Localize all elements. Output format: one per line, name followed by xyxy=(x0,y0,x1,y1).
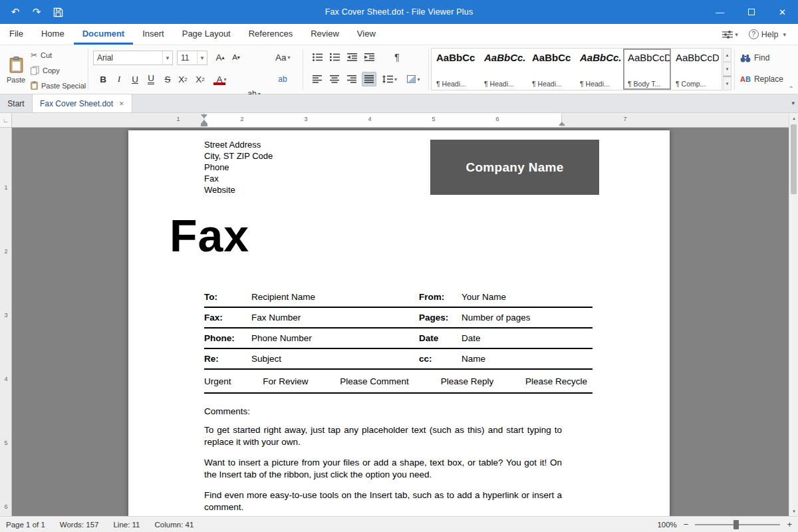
style-heading1[interactable]: AaBbCc ¶ Headi... xyxy=(432,49,479,90)
address-line[interactable]: Website xyxy=(204,184,273,196)
tab-selector-box[interactable]: ∟ xyxy=(0,113,12,128)
address-line[interactable]: City, ST ZIP Code xyxy=(204,150,273,162)
chevron-down-icon[interactable]: ▾ xyxy=(197,51,207,65)
close-button[interactable]: ✕ xyxy=(767,0,798,24)
underline-button[interactable]: U xyxy=(128,72,142,86)
view-options-button[interactable]: ▾ xyxy=(722,31,738,39)
field-label[interactable]: Date xyxy=(419,333,462,343)
numbered-list-button[interactable] xyxy=(327,50,342,65)
address-line[interactable]: Phone xyxy=(204,162,273,173)
style-heading2[interactable]: AaBbCc. ¶ Headi... xyxy=(479,49,527,90)
font-family-select[interactable]: Arial ▾ xyxy=(93,51,173,65)
save-icon[interactable] xyxy=(49,3,66,21)
field-label[interactable]: Fax: xyxy=(204,313,251,323)
first-line-indent-marker[interactable] xyxy=(201,114,207,118)
show-paragraph-marks-button[interactable]: ¶ xyxy=(390,50,404,65)
decrease-indent-button[interactable] xyxy=(344,50,359,65)
collapse-ribbon-icon[interactable]: ⌃ xyxy=(789,85,794,92)
document-title[interactable]: Fax xyxy=(170,213,249,258)
tab-insert[interactable]: Insert xyxy=(134,24,173,45)
font-size-select[interactable]: 11 ▾ xyxy=(177,51,207,65)
company-name-box[interactable]: Company Name xyxy=(430,140,599,195)
document-body[interactable]: To get started right away, just tap any … xyxy=(204,424,562,516)
increase-indent-button[interactable] xyxy=(362,50,376,65)
field-value[interactable]: Phone Number xyxy=(251,333,419,343)
strikethrough-button[interactable]: S xyxy=(160,72,175,86)
undo-icon[interactable]: ↶ xyxy=(7,3,24,21)
tab-list-caret-icon[interactable]: ▾ xyxy=(791,100,795,106)
help-button[interactable]: ? Help ▾ xyxy=(749,29,786,39)
field-label[interactable]: Pages: xyxy=(419,313,462,323)
scroll-up-icon[interactable]: ▴ xyxy=(789,113,798,123)
subscript-button[interactable]: X2 xyxy=(193,72,207,86)
left-indent-marker[interactable] xyxy=(201,124,207,126)
field-label[interactable]: Phone: xyxy=(204,333,251,343)
style-heading4[interactable]: AaBbCc. ¶ Headi... xyxy=(575,49,623,90)
gallery-more-button[interactable]: ▾ xyxy=(723,76,732,90)
style-company[interactable]: AaBbCcD ¶ Comp... xyxy=(671,49,719,90)
align-center-button[interactable] xyxy=(327,72,342,86)
option-item[interactable]: Please Reply xyxy=(441,376,494,386)
chevron-down-icon[interactable]: ▾ xyxy=(162,51,172,65)
shrink-font-button[interactable]: A▾ xyxy=(229,50,243,65)
zoom-slider-thumb[interactable] xyxy=(733,520,739,529)
option-item[interactable]: Please Comment xyxy=(340,376,409,386)
line-spacing-button[interactable]: ▾ xyxy=(380,72,399,86)
align-right-button[interactable] xyxy=(344,72,359,86)
scrollbar-thumb[interactable] xyxy=(791,124,797,194)
paste-special-button[interactable]: Paste Special xyxy=(31,81,86,90)
paste-button[interactable]: Paste xyxy=(4,48,28,92)
field-value[interactable]: Recipient Name xyxy=(251,292,419,302)
field-value[interactable]: Number of pages xyxy=(462,313,593,323)
maximize-button[interactable] xyxy=(735,0,767,24)
align-left-button[interactable] xyxy=(310,72,325,86)
style-heading3[interactable]: AaBbCc ¶ Headi... xyxy=(527,49,575,90)
zoom-in-button[interactable]: + xyxy=(787,519,792,529)
replace-button[interactable]: AB Replace xyxy=(740,74,783,84)
gallery-up-button[interactable]: ▴ xyxy=(723,48,732,62)
field-value[interactable]: Date xyxy=(462,333,593,343)
bullet-list-button[interactable] xyxy=(310,50,325,65)
field-label[interactable]: From: xyxy=(419,292,462,302)
tab-file[interactable]: File xyxy=(1,24,32,45)
bold-button[interactable]: B xyxy=(96,72,110,86)
justify-button[interactable] xyxy=(362,72,376,86)
tab-document-file[interactable]: Fax Cover Sheet.dot ✕ xyxy=(32,94,132,112)
double-underline-button[interactable]: U xyxy=(144,72,158,86)
field-label[interactable]: Re: xyxy=(204,354,251,364)
right-indent-marker[interactable] xyxy=(559,122,565,126)
field-value[interactable]: Subject xyxy=(251,354,419,364)
address-line[interactable]: Street Address xyxy=(204,139,273,150)
tab-document[interactable]: Document xyxy=(74,24,134,45)
shading-button[interactable]: ▾ xyxy=(404,72,423,86)
font-color-button[interactable]: A ▾ xyxy=(211,72,231,86)
change-case-button[interactable]: Aa▾ xyxy=(275,50,291,65)
field-value[interactable]: Your Name xyxy=(462,292,593,302)
tab-start[interactable]: Start xyxy=(0,94,32,112)
redo-icon[interactable]: ↷ xyxy=(28,3,45,21)
vertical-scrollbar[interactable]: ▴ ▾ xyxy=(789,113,798,516)
zoom-slider[interactable] xyxy=(695,524,780,525)
superscript-button[interactable]: X2 xyxy=(176,72,190,86)
field-value[interactable]: Fax Number xyxy=(251,313,419,323)
style-body-text[interactable]: AaBbCcD ¶ Body T... xyxy=(623,49,671,90)
option-item[interactable]: Please Recycle xyxy=(525,376,587,386)
body-paragraph[interactable]: Find even more easy-to-use tools on the … xyxy=(204,489,562,513)
minimize-button[interactable]: — xyxy=(704,0,735,24)
comments-label[interactable]: Comments: xyxy=(204,406,250,416)
option-item[interactable]: For Review xyxy=(263,376,308,386)
text-effects-button[interactable]: ab xyxy=(275,72,290,86)
document-page[interactable]: Street Address City, ST ZIP Code Phone F… xyxy=(128,130,670,516)
grow-font-button[interactable]: A▴ xyxy=(213,50,227,65)
cut-button[interactable]: ✂ Cut xyxy=(31,51,52,60)
italic-button[interactable]: I xyxy=(112,72,126,86)
copy-button[interactable]: Copy xyxy=(31,66,60,75)
field-label[interactable]: cc: xyxy=(419,354,462,364)
tab-review[interactable]: Review xyxy=(302,24,348,45)
scroll-down-icon[interactable]: ▾ xyxy=(789,506,798,516)
zoom-out-button[interactable]: − xyxy=(684,519,689,529)
tab-view[interactable]: View xyxy=(348,24,384,45)
address-line[interactable]: Fax xyxy=(204,173,273,184)
tab-references[interactable]: References xyxy=(240,24,301,45)
address-block[interactable]: Street Address City, ST ZIP Code Phone F… xyxy=(204,139,273,196)
